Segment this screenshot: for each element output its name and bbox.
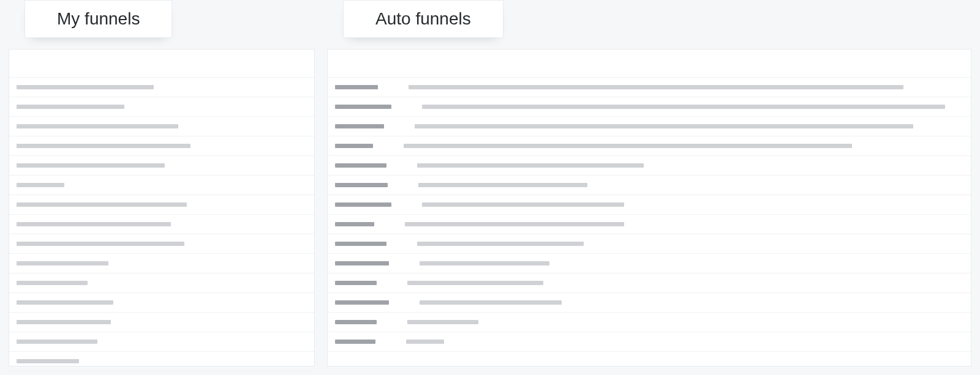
skeleton-bar-primary [335, 163, 386, 168]
list-item[interactable] [9, 332, 314, 352]
list-item[interactable] [9, 78, 314, 97]
skeleton-bar [17, 222, 171, 226]
list-item[interactable] [328, 332, 971, 352]
skeleton-bar-secondary [407, 320, 478, 324]
skeleton-bar [17, 105, 124, 109]
skeleton-bar-primary [335, 183, 388, 187]
skeleton-bar-secondary [404, 144, 852, 148]
list-item[interactable] [328, 156, 971, 176]
list-item[interactable] [9, 176, 314, 195]
skeleton-bar-secondary [407, 281, 543, 285]
list-item[interactable] [328, 293, 971, 313]
panel-my-funnels-body [9, 49, 315, 366]
skeleton-bar-primary [335, 281, 377, 285]
list-item[interactable] [9, 136, 314, 156]
list-item[interactable] [9, 254, 314, 273]
skeleton-bar-secondary [420, 300, 562, 305]
list-item[interactable] [9, 313, 314, 332]
skeleton-bar [17, 85, 154, 89]
list-item[interactable] [9, 352, 314, 371]
panel-auto-funnels-header [328, 50, 971, 78]
skeleton-bar-primary [335, 320, 377, 324]
list-item[interactable] [9, 117, 314, 136]
skeleton-bar-primary [335, 300, 389, 305]
skeleton-bar [17, 242, 184, 246]
skeleton-bar-secondary [422, 105, 945, 109]
list-item[interactable] [328, 136, 971, 156]
skeleton-bar-secondary [420, 261, 549, 265]
tab-auto-funnels[interactable]: Auto funnels [343, 0, 503, 38]
skeleton-bar-primary [335, 124, 384, 128]
skeleton-bar-primary [335, 105, 391, 109]
panel-auto-funnels: Auto funnels [327, 0, 971, 366]
skeleton-bar-primary [335, 144, 373, 148]
skeleton-bar [17, 261, 108, 265]
skeleton-bar-secondary [405, 222, 624, 226]
list-item[interactable] [9, 234, 314, 254]
list-item[interactable] [9, 293, 314, 313]
list-item[interactable] [328, 176, 971, 195]
list-item[interactable] [9, 156, 314, 176]
skeleton-bar-primary [335, 222, 374, 226]
skeleton-bar [17, 320, 111, 324]
tab-auto-funnels-label: Auto funnels [375, 9, 471, 28]
list-item[interactable] [328, 195, 971, 215]
list-item[interactable] [328, 254, 971, 273]
list-item[interactable] [9, 273, 314, 293]
tab-my-funnels-label: My funnels [57, 9, 140, 28]
list-item[interactable] [9, 195, 314, 215]
list-item[interactable] [328, 117, 971, 136]
skeleton-bar [17, 300, 113, 305]
panel-my-funnels-header [9, 50, 314, 78]
list-item[interactable] [328, 313, 971, 332]
skeleton-bar-primary [335, 242, 386, 246]
list-item[interactable] [9, 97, 314, 117]
skeleton-bar-secondary [417, 163, 644, 168]
skeleton-bar-secondary [422, 202, 624, 207]
skeleton-bar-secondary [409, 85, 903, 89]
list-item[interactable] [328, 78, 971, 97]
list-item[interactable] [9, 215, 314, 234]
tab-my-funnels[interactable]: My funnels [24, 0, 172, 38]
skeleton-bar-primary [335, 340, 375, 344]
list-item[interactable] [328, 273, 971, 293]
panel-my-funnels: My funnels [9, 0, 315, 366]
skeleton-bar [17, 340, 97, 344]
skeleton-bar [17, 359, 79, 363]
skeleton-bar-secondary [406, 340, 444, 344]
skeleton-bar-secondary [417, 242, 584, 246]
dashboard-columns: My funnels Auto funnels [0, 0, 980, 375]
skeleton-bar [17, 202, 187, 207]
panel-auto-funnels-body [327, 49, 971, 366]
skeleton-bar-secondary [415, 124, 913, 128]
skeleton-bar-primary [335, 85, 378, 89]
skeleton-bar-primary [335, 202, 391, 207]
skeleton-bar [17, 163, 165, 168]
skeleton-bar-primary [335, 261, 389, 265]
skeleton-bar [17, 183, 64, 187]
list-item[interactable] [328, 97, 971, 117]
skeleton-bar [17, 124, 178, 128]
list-item[interactable] [328, 234, 971, 254]
skeleton-bar [17, 144, 190, 148]
skeleton-bar [17, 281, 88, 285]
skeleton-bar-secondary [418, 183, 587, 187]
list-item[interactable] [328, 215, 971, 234]
